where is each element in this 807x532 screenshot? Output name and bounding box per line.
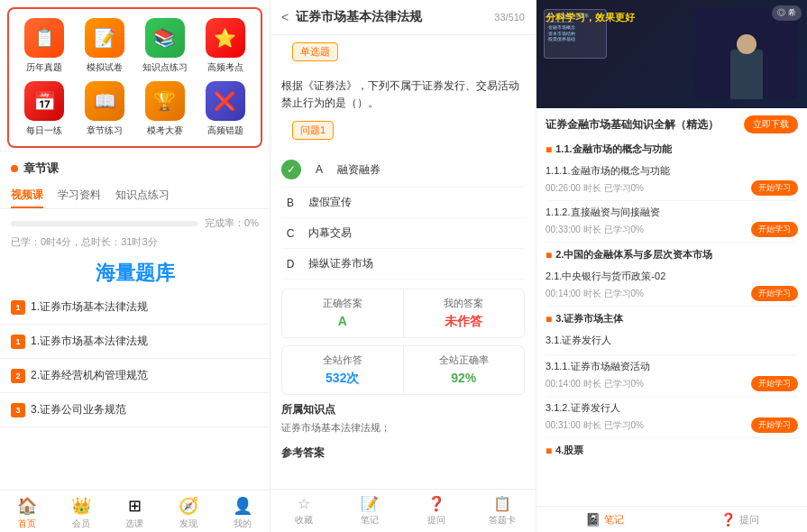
collect-icon: ☆	[298, 495, 310, 512]
lesson-1-1-1-btn[interactable]: 开始学习	[751, 180, 798, 196]
icon-daily[interactable]: 📅 每日一练	[17, 81, 71, 137]
course-title: 证券金融市场基础知识全解（精选）	[546, 117, 744, 133]
orange-dot	[11, 165, 18, 172]
course-title-row: 证券金融市场基础知识全解（精选） 立即下载	[536, 108, 807, 137]
teacher-body	[730, 50, 763, 99]
chapter-num-icon-2: 2	[11, 369, 25, 383]
lesson-2-1-meta: 00:14:00 时长 已学习0% 开始学习	[546, 286, 798, 301]
lesson-3-1-1-title: 3.1.1.证券市场融资活动	[546, 360, 798, 373]
tab-knowledge-practice[interactable]: 知识点练习	[115, 182, 170, 208]
high-freq-icon: ⭐	[206, 18, 245, 58]
icon-grid: 📋 历年真题 📝 模拟试卷 📚 知识点练习 ⭐ 高频考点 📅 每日一练	[7, 7, 262, 148]
lesson-3-1-2-btn[interactable]: 开始学习	[751, 417, 798, 433]
toolbar-collect[interactable]: ☆ 收藏	[271, 495, 337, 527]
chapter-item-1[interactable]: 1 1.证券市场基本法律法规	[0, 325, 270, 359]
section-1-title: ■ 1.1.金融市场的概念与功能	[546, 137, 798, 160]
chapter-item-0[interactable]: 1 1.证券市场基本法律法规	[0, 290, 270, 325]
section-2-icon: ■	[546, 249, 552, 261]
nav-profile[interactable]: 👤 我的	[216, 496, 270, 530]
nav-vip[interactable]: 👑 会员	[54, 496, 108, 530]
nav-courses[interactable]: ⊞ 选课	[108, 496, 162, 530]
section-4-label: 4.股票	[555, 444, 583, 457]
tab-study-material[interactable]: 学习资料	[58, 182, 101, 208]
promo-tag: ◎ 希	[772, 5, 802, 21]
right-question-icon: ❓	[720, 512, 736, 527]
mock-exam-label: 模拟试卷	[87, 61, 123, 74]
right-note-icon: 📓	[585, 512, 601, 527]
all-answer-cell: 全站作答 532次	[282, 346, 404, 394]
icon-past-exams[interactable]: 📋 历年真题	[17, 18, 71, 74]
ref-answer-section: 参考答案	[271, 442, 536, 464]
icon-chapter-ex[interactable]: 📖 章节练习	[78, 81, 132, 137]
discover-icon: 🧭	[179, 496, 198, 516]
question-type-badge: 单选题	[292, 42, 338, 61]
icon-mock-contest[interactable]: 🏆 模考大赛	[138, 81, 192, 137]
chapter-item-2[interactable]: 2 2.证券经营机构管理规范	[0, 359, 270, 393]
icon-high-freq[interactable]: ⭐ 高频考点	[198, 18, 252, 74]
ref-answer-title: 参考答案	[281, 445, 525, 461]
chapter-item-3[interactable]: 3 3.证券公司业务规范	[0, 393, 270, 427]
option-b[interactable]: B 虚假宣传	[281, 188, 525, 218]
past-exams-icon: 📋	[24, 18, 64, 58]
lesson-1-1-1: 1.1.1.金融市场的概念与功能 00:26:00 时长 已学习0% 开始学习	[546, 160, 798, 201]
mid-header: < 证券市场基本法律法规 33/510	[271, 0, 536, 35]
icon-knowledge[interactable]: 📚 知识点练习	[138, 18, 192, 74]
chapter-ex-label: 章节练习	[87, 124, 123, 137]
option-c[interactable]: C 内幕交易	[281, 218, 525, 249]
chapter-list: 1 1.证券市场基本法律法规 1 1.证券市场基本法律法规 2 2.证券经营机构…	[0, 290, 270, 490]
tabs-bar: 视频课 学习资料 知识点练习	[0, 182, 270, 209]
teacher-head	[737, 34, 757, 54]
nav-discover[interactable]: 🧭 发现	[161, 496, 216, 530]
my-answer-cell: 我的答案 未作答	[404, 289, 525, 337]
right-note-button[interactable]: 📓 笔记	[536, 512, 672, 527]
lesson-3-1-1-time: 00:14:00 时长 已学习0%	[546, 378, 644, 390]
courses-icon: ⊞	[128, 496, 142, 516]
high-freq-label: 高频考点	[207, 61, 243, 74]
toolbar-question[interactable]: ❓ 提问	[403, 495, 470, 527]
study-now-button[interactable]: 立即下载	[744, 115, 798, 133]
middle-panel: < 证券市场基本法律法规 33/510 单选题 根据《证券法》，下列不属于证券发…	[271, 0, 536, 532]
lesson-1-1-2-title: 1.1.2.直接融资与间接融资	[546, 206, 798, 219]
lesson-2-1: 2.1.中央银行与货币政策-02 00:14:00 时长 已学习0% 开始学习	[546, 265, 798, 307]
mid-bottom-toolbar: ☆ 收藏 📝 笔记 ❓ 提问 📋 答题卡	[271, 489, 536, 532]
lesson-1-1-2-btn[interactable]: 开始学习	[751, 222, 798, 237]
my-answer-value: 未作答	[411, 314, 518, 330]
lesson-3-1-2-time: 00:31:00 时长 已学习0%	[546, 419, 644, 432]
nav-home[interactable]: 🏠 首页	[0, 496, 54, 530]
toolbar-card[interactable]: 📋 答题卡	[470, 495, 536, 527]
right-question-button[interactable]: ❓ 提问	[672, 512, 807, 527]
correct-answer-cell: 正确答案 A	[282, 289, 404, 337]
right-note-label: 笔记	[604, 513, 624, 527]
mock-contest-label: 模考大赛	[147, 124, 183, 137]
chapter-text-0: 1.证券市场基本法律法规	[31, 299, 148, 315]
back-button[interactable]: <	[281, 10, 289, 24]
icon-mock-exam[interactable]: 📝 模拟试卷	[78, 18, 132, 74]
lesson-3-1: 3.1.证券发行人	[546, 329, 798, 355]
lesson-2-1-btn[interactable]: 开始学习	[751, 286, 798, 301]
icon-wrong-book[interactable]: ❌ 高频错题	[198, 81, 252, 137]
icon-row-bottom: 📅 每日一练 📖 章节练习 🏆 模考大赛 ❌ 高频错题	[14, 81, 255, 137]
chapter-ex-icon: 📖	[85, 81, 124, 121]
all-correct-value: 92%	[411, 371, 518, 385]
lesson-1-1-2-meta: 00:33:00 时长 已学习0% 开始学习	[546, 222, 798, 237]
all-answer-value: 532次	[289, 371, 396, 387]
tab-video[interactable]: 视频课	[11, 182, 43, 208]
lesson-3-1-1-btn[interactable]: 开始学习	[751, 376, 798, 391]
option-d[interactable]: D 操纵证券市场	[281, 249, 525, 280]
left-panel: 📋 历年真题 📝 模拟试卷 📚 知识点练习 ⭐ 高频考点 📅 每日一练	[0, 0, 271, 532]
vip-label: 会员	[72, 518, 90, 530]
toolbar-note[interactable]: 📝 笔记	[337, 495, 404, 527]
option-a[interactable]: ✓ A 融资融券	[281, 152, 525, 188]
lesson-1-1-1-time: 00:26:00 时长 已学习0%	[546, 182, 644, 195]
option-a-text: 融资融券	[337, 162, 381, 178]
card-label: 答题卡	[489, 514, 516, 527]
section-1-label: 1.1.金融市场的概念与功能	[555, 142, 671, 156]
section-2-title: ■ 2.中国的金融体系与多层次资本市场	[546, 243, 798, 265]
mock-exam-icon: 📝	[85, 18, 124, 58]
home-icon: 🏠	[17, 496, 37, 516]
knowledge-text: 证券市场基本法律法规；	[281, 421, 525, 435]
right-bottom-toolbar: 📓 笔记 ❓ 提问	[536, 506, 807, 532]
chapter-section-title: 章节课	[23, 161, 59, 177]
chapter-num-icon-3: 3	[11, 403, 25, 417]
lesson-3-1-2: 3.1.2.证券发行人 00:31:00 时长 已学习0% 开始学习	[546, 397, 798, 438]
